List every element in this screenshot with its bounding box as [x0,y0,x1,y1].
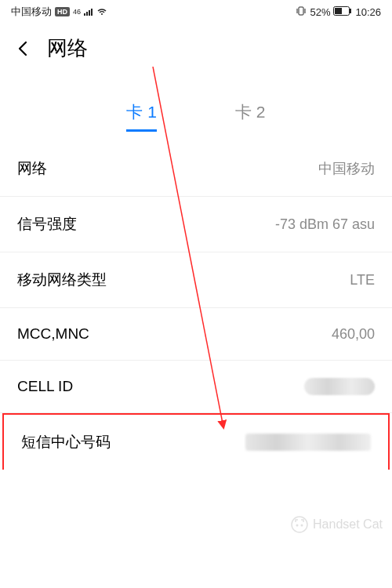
back-icon[interactable] [14,39,33,58]
row-label: 短信中心号码 [21,432,111,452]
network-info-list: 网络 中国移动 信号强度 -73 dBm 67 asu 移动网络类型 LTE M… [0,141,392,470]
row-network[interactable]: 网络 中国移动 [0,141,392,197]
row-value: 中国移动 [318,159,375,178]
battery-icon [333,6,352,18]
row-label: CELL ID [17,378,73,395]
battery-percent: 52% [310,6,330,18]
redacted-value [245,434,371,451]
row-label: MCC,MNC [17,325,89,343]
svg-point-7 [301,524,303,527]
row-cell-id[interactable]: CELL ID [0,361,392,413]
row-signal-strength[interactable]: 信号强度 -73 dBm 67 asu [0,197,392,252]
row-value: -73 dBm 67 asu [275,216,375,233]
sim-tabs: 卡 1 卡 2 [0,101,392,132]
row-label: 信号强度 [17,214,77,234]
page-header: 网络 [0,24,392,70]
row-value: 460,00 [332,326,375,343]
redacted-value [304,378,375,395]
row-network-type[interactable]: 移动网络类型 LTE [0,252,392,308]
svg-rect-0 [299,7,303,15]
page-title: 网络 [47,34,88,62]
watermark: Handset Cat [291,516,383,533]
row-label: 移动网络类型 [17,270,107,290]
svg-rect-3 [350,9,351,13]
row-label: 网络 [17,158,47,179]
tab-card-2[interactable]: 卡 2 [235,101,266,132]
status-right: 52% 10:26 [296,6,381,18]
watermark-text: Handset Cat [313,517,383,532]
svg-point-5 [292,517,307,532]
row-sms-center[interactable]: 短信中心号码 [2,413,390,470]
clock-text: 10:26 [355,6,381,18]
svg-point-6 [296,524,299,527]
status-left: 中国移动 HD 46 [11,5,107,19]
network-indicator: 46 [73,8,81,16]
watermark-icon [291,516,308,533]
wifi-icon [96,6,107,18]
vibrate-icon [296,6,307,18]
svg-rect-2 [335,8,342,14]
row-mcc-mnc[interactable]: MCC,MNC 460,00 [0,308,392,361]
hd-badge: HD [55,7,70,16]
row-value: LTE [350,272,375,289]
carrier-text: 中国移动 [11,5,52,19]
tab-card-1[interactable]: 卡 1 [126,101,157,132]
signal-icon [84,6,93,18]
status-bar: 中国移动 HD 46 52% 10:26 [0,0,392,24]
